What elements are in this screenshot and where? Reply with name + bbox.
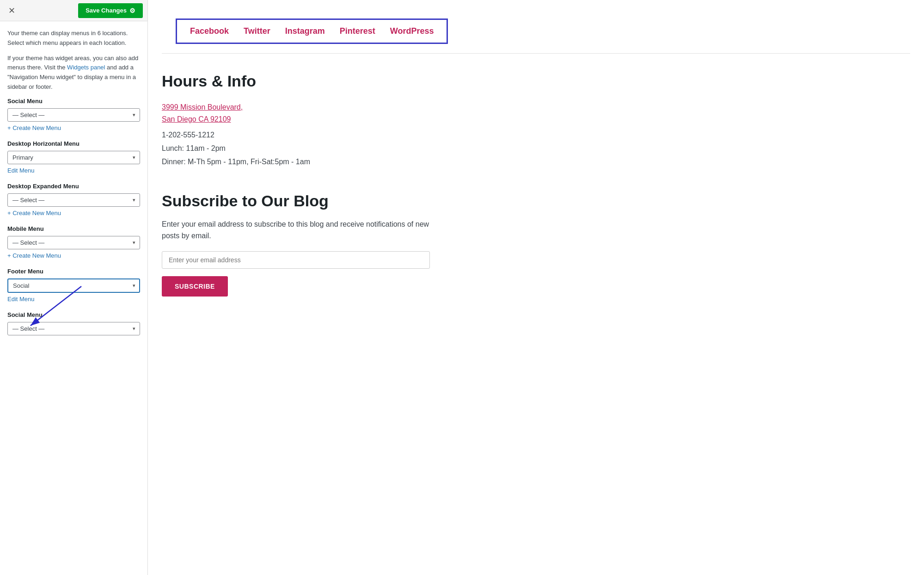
lunch-text: Lunch: 11am - 2pm	[162, 142, 910, 155]
social-menu-select[interactable]: — Select — Primary Social Footer	[7, 108, 140, 122]
close-icon: ✕	[8, 6, 15, 15]
desktop-expanded-select-wrapper: — Select — Primary Social Footer ▾	[7, 193, 140, 207]
sidebar-content: Your theme can display menus in 6 locati…	[0, 21, 147, 575]
social-nav-pinterest[interactable]: Pinterest	[340, 26, 375, 36]
address-link[interactable]: 3999 Mission Boulevard, San Diego CA 921…	[162, 101, 910, 125]
social-nav-instagram[interactable]: Instagram	[285, 26, 325, 36]
social-menu-2-select-wrapper: — Select — Primary Social Footer ▾	[7, 322, 140, 335]
desktop-horizontal-select-wrapper: — Select — Primary Social Footer ▾	[7, 151, 140, 164]
social-nav-wordpress[interactable]: WordPress	[390, 26, 434, 36]
sidebar-header: ✕ Save Changes ⚙	[0, 0, 147, 21]
desktop-horizontal-menu-label: Desktop Horizontal Menu	[7, 140, 140, 147]
mobile-menu-create-link[interactable]: + Create New Menu	[7, 252, 61, 259]
social-menu-2-select[interactable]: — Select — Primary Social Footer	[7, 322, 140, 335]
widgets-panel-link[interactable]: Widgets panel	[67, 64, 105, 71]
description-text-2: If your theme has widget areas, you can …	[7, 54, 140, 92]
subscribe-description: Enter your email address to subscribe to…	[162, 218, 430, 242]
gear-icon: ⚙	[129, 7, 135, 14]
mobile-menu-section: Mobile Menu — Select — Primary Social Fo…	[7, 225, 140, 260]
main-content: Facebook Twitter Instagram Pinterest Wor…	[148, 0, 924, 575]
subscribe-button[interactable]: SUBSCRIBE	[162, 276, 228, 297]
desktop-expanded-menu-label: Desktop Expanded Menu	[7, 183, 140, 190]
desktop-horizontal-select[interactable]: — Select — Primary Social Footer	[7, 151, 140, 164]
desktop-horizontal-menu-section: Desktop Horizontal Menu — Select — Prima…	[7, 140, 140, 174]
footer-menu-select[interactable]: — Select — Primary Social Footer	[7, 278, 140, 293]
social-menu-create-link[interactable]: + Create New Menu	[7, 124, 61, 131]
social-menu-section: Social Menu — Select — Primary Social Fo…	[7, 98, 140, 132]
social-nav: Facebook Twitter Instagram Pinterest Wor…	[176, 19, 448, 44]
description-text-1: Your theme can display menus in 6 locati…	[7, 29, 140, 48]
hours-title: Hours & Info	[162, 72, 910, 90]
subscribe-section: Subscribe to Our Blog Enter your email a…	[148, 183, 924, 315]
mobile-menu-select[interactable]: — Select — Primary Social Footer	[7, 236, 140, 249]
save-changes-label: Save Changes	[86, 7, 127, 14]
hours-section: Hours & Info 3999 Mission Boulevard, San…	[148, 54, 924, 183]
social-menu-select-wrapper: — Select — Primary Social Footer ▾	[7, 108, 140, 122]
close-button[interactable]: ✕	[5, 4, 19, 18]
mobile-menu-label: Mobile Menu	[7, 225, 140, 232]
social-menu-2-label: Social Menu	[7, 311, 140, 318]
dinner-text: Dinner: M-Th 5pm - 11pm, Fri-Sat:5pm - 1…	[162, 155, 910, 169]
save-changes-button[interactable]: Save Changes ⚙	[78, 3, 143, 18]
social-menu-label: Social Menu	[7, 98, 140, 105]
sidebar: ✕ Save Changes ⚙ Your theme can display …	[0, 0, 148, 575]
subscribe-title: Subscribe to Our Blog	[162, 192, 910, 210]
social-menu-2-section: Social Menu — Select — Primary Social Fo…	[7, 311, 140, 335]
footer-menu-select-wrapper: — Select — Primary Social Footer ▾	[7, 278, 140, 293]
social-nav-facebook[interactable]: Facebook	[190, 26, 229, 36]
footer-menu-edit-link[interactable]: Edit Menu	[7, 296, 35, 303]
desktop-horizontal-edit-link[interactable]: Edit Menu	[7, 167, 35, 174]
desktop-expanded-menu-section: Desktop Expanded Menu — Select — Primary…	[7, 183, 140, 217]
social-nav-twitter[interactable]: Twitter	[244, 26, 270, 36]
mobile-menu-select-wrapper: — Select — Primary Social Footer ▾	[7, 236, 140, 249]
footer-menu-section: Footer Menu — Select — Primary Social Fo…	[7, 268, 140, 303]
footer-menu-label: Footer Menu	[7, 268, 140, 275]
desktop-expanded-select[interactable]: — Select — Primary Social Footer	[7, 193, 140, 207]
desktop-expanded-create-link[interactable]: + Create New Menu	[7, 210, 61, 216]
phone-text: 1-202-555-1212	[162, 129, 910, 142]
email-input[interactable]	[162, 251, 430, 269]
